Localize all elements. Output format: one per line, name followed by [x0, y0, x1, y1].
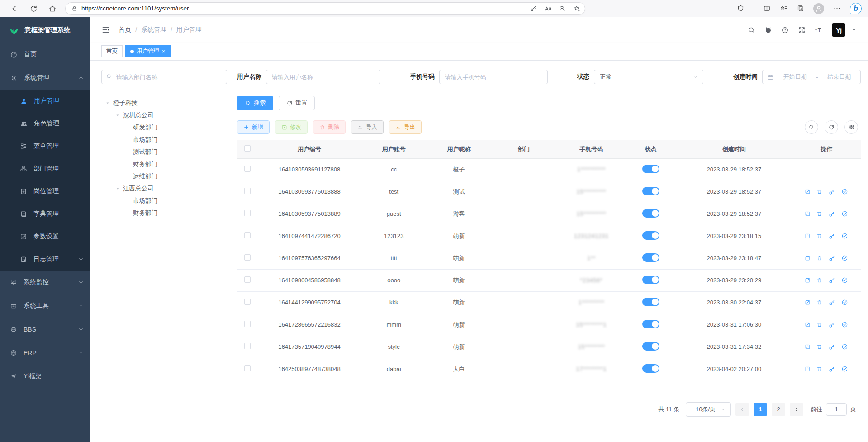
- assign-role-icon[interactable]: [841, 277, 848, 284]
- reset-password-icon[interactable]: [828, 233, 835, 240]
- edit-row-icon[interactable]: [805, 321, 811, 328]
- row-checkbox[interactable]: [244, 232, 251, 238]
- add-user-button[interactable]: 新增: [237, 120, 270, 134]
- search-icon[interactable]: [748, 26, 755, 34]
- goto-page-input[interactable]: [826, 403, 847, 416]
- delete-row-icon[interactable]: [816, 233, 822, 240]
- next-page-button[interactable]: [790, 403, 803, 416]
- row-checkbox[interactable]: [244, 166, 251, 172]
- page-button-2[interactable]: 2: [772, 403, 785, 416]
- tree-node-橙子科技[interactable]: 橙子科技: [101, 97, 227, 109]
- sidebar-item-BBS[interactable]: BBS: [0, 318, 90, 341]
- delete-row-icon[interactable]: [816, 255, 822, 262]
- fullscreen-icon[interactable]: [798, 26, 806, 34]
- column-visibility-button[interactable]: [844, 120, 858, 134]
- status-toggle[interactable]: [642, 253, 659, 262]
- user-avatar[interactable]: Yj: [832, 23, 845, 37]
- assign-role-icon[interactable]: [841, 188, 848, 195]
- reset-password-icon[interactable]: [828, 210, 835, 218]
- row-checkbox[interactable]: [244, 276, 251, 283]
- export-button[interactable]: 导出: [389, 120, 422, 134]
- browser-back-button[interactable]: [8, 2, 21, 15]
- reset-password-icon[interactable]: [828, 343, 835, 351]
- read-aloud-icon[interactable]: [544, 5, 551, 12]
- tree-node-财务部门[interactable]: 财务部门: [101, 158, 227, 170]
- sidebar-item-系统工具[interactable]: 系统工具: [0, 294, 90, 318]
- sidebar-item-系统管理[interactable]: 系统管理: [0, 66, 90, 90]
- split-screen-icon[interactable]: [763, 5, 771, 12]
- sidebar-item-日志管理[interactable]: 日志管理: [0, 248, 90, 271]
- sidebar-item-部门管理[interactable]: 部门管理: [0, 157, 90, 180]
- delete-row-icon[interactable]: [816, 210, 822, 218]
- delete-row-icon[interactable]: [816, 277, 822, 284]
- assign-role-icon[interactable]: [841, 233, 848, 240]
- browser-home-button[interactable]: [46, 2, 59, 15]
- tree-expand-caret-icon[interactable]: [105, 101, 110, 105]
- row-checkbox[interactable]: [244, 188, 251, 194]
- lock-icon[interactable]: [71, 5, 78, 12]
- sidebar-item-字典管理[interactable]: 字典管理: [0, 203, 90, 225]
- address-bar[interactable]: [65, 2, 585, 15]
- row-checkbox[interactable]: [244, 343, 251, 349]
- github-icon[interactable]: [764, 26, 772, 34]
- tree-expand-caret-icon[interactable]: [115, 113, 120, 118]
- page-button-1[interactable]: 1: [754, 403, 767, 416]
- row-checkbox[interactable]: [244, 254, 251, 261]
- reset-password-icon[interactable]: [828, 277, 835, 284]
- row-checkbox[interactable]: [244, 321, 251, 327]
- row-checkbox[interactable]: [244, 299, 251, 305]
- tree-expand-caret-icon[interactable]: [115, 186, 120, 191]
- reset-button[interactable]: 重置: [279, 96, 315, 110]
- assign-role-icon[interactable]: [841, 299, 848, 306]
- page-size-select[interactable]: 10条/页: [686, 402, 731, 417]
- edit-row-icon[interactable]: [805, 299, 811, 306]
- assign-role-icon[interactable]: [841, 343, 848, 351]
- phone-filter-input[interactable]: [439, 70, 548, 84]
- delete-row-icon[interactable]: [816, 188, 822, 195]
- edit-row-icon[interactable]: [805, 233, 811, 240]
- assign-role-icon[interactable]: [841, 255, 848, 262]
- assign-role-icon[interactable]: [841, 366, 848, 373]
- tree-node-测试部门[interactable]: 测试部门: [101, 146, 227, 158]
- font-size-icon[interactable]: TT: [815, 26, 823, 34]
- edit-row-icon[interactable]: [805, 343, 811, 351]
- status-toggle[interactable]: [642, 298, 659, 306]
- sidebar-item-角色管理[interactable]: 角色管理: [0, 112, 90, 135]
- zoom-out-icon[interactable]: [559, 5, 566, 12]
- delete-row-icon[interactable]: [816, 343, 822, 351]
- more-menu-icon[interactable]: [833, 5, 841, 12]
- created-date-range-picker[interactable]: 开始日期 - 结束日期: [762, 70, 861, 84]
- delete-row-icon[interactable]: [816, 299, 822, 306]
- user-menu-caret-icon[interactable]: [851, 27, 857, 33]
- status-toggle[interactable]: [642, 165, 659, 173]
- status-toggle[interactable]: [642, 276, 659, 284]
- favorites-bar-icon[interactable]: [780, 5, 787, 12]
- browser-profile-avatar[interactable]: [813, 3, 824, 14]
- tab-首页[interactable]: 首页: [101, 45, 123, 57]
- reset-password-icon[interactable]: [828, 255, 835, 262]
- delete-row-icon[interactable]: [816, 321, 822, 328]
- edit-row-icon[interactable]: [805, 255, 811, 262]
- status-toggle[interactable]: [642, 231, 659, 240]
- url-input[interactable]: [81, 5, 530, 12]
- tree-node-研发部门[interactable]: 研发部门: [101, 121, 227, 133]
- refresh-table-button[interactable]: [825, 120, 838, 134]
- username-filter-input[interactable]: [266, 70, 380, 84]
- edit-row-icon[interactable]: [805, 188, 811, 195]
- reset-password-icon[interactable]: [828, 299, 835, 306]
- tree-node-运维部门[interactable]: 运维部门: [101, 170, 227, 182]
- edit-row-icon[interactable]: [805, 210, 811, 218]
- bing-chat-icon[interactable]: b: [850, 3, 862, 14]
- sidebar-item-用户管理[interactable]: 用户管理: [0, 90, 90, 112]
- import-button[interactable]: 导入: [351, 120, 384, 134]
- edit-user-button[interactable]: 修改: [275, 120, 308, 134]
- status-toggle[interactable]: [642, 187, 659, 195]
- reset-password-icon[interactable]: [828, 366, 835, 373]
- sidebar-item-Yi框架[interactable]: Yi框架: [0, 365, 90, 388]
- edit-row-icon[interactable]: [805, 366, 811, 373]
- tree-node-深圳总公司[interactable]: 深圳总公司: [101, 109, 227, 121]
- status-toggle[interactable]: [642, 342, 659, 351]
- sidebar-item-ERP[interactable]: ERP: [0, 341, 90, 365]
- help-icon[interactable]: [781, 26, 789, 34]
- sidebar-item-菜单管理[interactable]: 菜单管理: [0, 135, 90, 157]
